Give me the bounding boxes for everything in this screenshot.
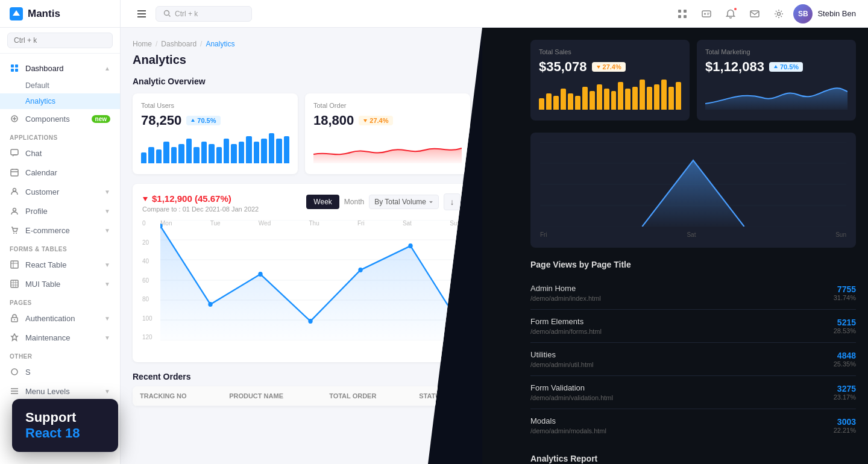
svg-point-36 <box>308 319 312 324</box>
pv-title: Modals <box>530 416 606 425</box>
support-tooltip[interactable]: Support React 18 <box>12 399 118 452</box>
y-label-60: 60 <box>142 277 153 284</box>
nav-item-customer[interactable]: Customer ▼ <box>0 182 120 201</box>
nav-item-components[interactable]: Components new <box>0 109 120 128</box>
support-sub-text: React 18 <box>25 425 105 441</box>
pv-left: Form Elements /demo/admin/forms.html <box>530 317 602 335</box>
page-view-item: Modals /demo/admin/modals.html 3003 22.2… <box>530 409 856 442</box>
nav-item-dashboard[interactable]: Dashboard ▲ <box>0 58 120 78</box>
total-sales-badge: 27.4% <box>592 62 626 72</box>
nav-item-maintenance[interactable]: Maintenance ▼ <box>0 328 120 347</box>
total-users-badge: 70.5% <box>186 116 220 125</box>
pv-percent: 28.53% <box>834 327 856 334</box>
auth-arrow: ▼ <box>104 315 110 322</box>
total-users-chart <box>141 133 289 163</box>
topbar-left: Ctrl + k <box>133 5 665 23</box>
svg-rect-20 <box>678 15 681 18</box>
notification-button[interactable] <box>721 4 740 24</box>
nav-sub-analytics[interactable]: Analytics <box>0 93 120 109</box>
marketing-chart <box>705 80 848 110</box>
download-button[interactable]: ↓ <box>444 193 461 210</box>
total-sales-value: $35,078 <box>539 59 587 75</box>
y-label-80: 80 <box>142 296 153 303</box>
col-tracking: TRACKING NO <box>133 386 222 406</box>
svg-point-9 <box>13 208 16 212</box>
react-table-label: React Table <box>25 260 98 269</box>
nav-item-profile[interactable]: Profile ▼ <box>0 201 120 221</box>
analytics-report-title: Analytics Report <box>530 454 856 463</box>
y-label-120: 120 <box>142 334 153 340</box>
total-marketing-value-row: $1,12,083 70.5% <box>705 59 848 75</box>
nav-item-chat[interactable]: Chat <box>0 143 120 163</box>
dark-chart-x-labels: Fri Sat Sun <box>540 231 846 238</box>
total-order-value-row: 18,800 27.4% <box>313 113 462 128</box>
page-view-item: Admin Home /demo/admin/index.html 7755 3… <box>530 277 856 310</box>
pv-percent: 31.74% <box>834 294 856 301</box>
chat-label: Chat <box>25 149 110 158</box>
svg-point-11 <box>16 233 17 234</box>
settings-button[interactable] <box>769 4 788 24</box>
dashboard-label: Dashboard <box>25 64 98 73</box>
auth-icon <box>10 313 19 323</box>
nav-item-calendar[interactable]: Calendar <box>0 163 120 182</box>
username-label: Stebin Ben <box>817 9 856 18</box>
svg-point-16 <box>11 369 17 375</box>
sample-label: S <box>25 368 110 377</box>
nav-item-authentication[interactable]: Authentication ▼ <box>0 309 120 328</box>
total-marketing-badge: 70.5% <box>769 62 803 72</box>
app-name: Mantis <box>28 8 60 20</box>
volume-select[interactable]: By Total Volume <box>369 195 439 209</box>
topbar-search[interactable]: Ctrl + k <box>156 6 252 22</box>
pv-left: Modals /demo/admin/modals.html <box>530 416 606 434</box>
pv-left: Form Validation /demo/admin/validation.h… <box>530 383 613 401</box>
week-button[interactable]: Week <box>306 195 339 209</box>
col-total-order: TOTAL ORDER <box>322 386 412 406</box>
svg-rect-6 <box>11 149 18 155</box>
breadcrumb-home[interactable]: Home <box>133 40 152 48</box>
sidebar-search-input[interactable] <box>7 33 113 48</box>
total-order-badge: 27.4% <box>359 116 392 125</box>
income-header: $1,12,900 (45.67%) Compare to : 01 Dec 2… <box>142 193 461 213</box>
menu-levels-arrow: ▼ <box>104 388 110 395</box>
income-info: $1,12,900 (45.67%) Compare to : 01 Dec 2… <box>142 193 259 213</box>
svg-rect-7 <box>11 169 18 176</box>
total-sales-label: Total Sales <box>539 48 681 55</box>
pv-right: 3003 22.21% <box>834 417 856 434</box>
maintenance-icon <box>10 333 19 342</box>
components-icon <box>10 114 19 124</box>
pv-url: /demo/admin/validation.html <box>530 394 613 401</box>
page-view-item: Utilities /demo/admin/util.html 4848 25.… <box>530 343 856 376</box>
mui-table-arrow: ▼ <box>104 281 110 287</box>
month-button[interactable]: Month <box>344 198 364 206</box>
nav-item-react-table[interactable]: React Table ▼ <box>0 255 120 274</box>
maintenance-label: Maintenance <box>25 333 98 342</box>
orders-table: TRACKING NO PRODUCT NAME TOTAL ORDER STA… <box>133 386 470 406</box>
nav-sub-default[interactable]: Default <box>0 78 120 93</box>
nav-item-ecommerce[interactable]: E-commerce ▼ <box>0 221 120 240</box>
user-card-button[interactable] <box>697 4 716 24</box>
profile-label: Profile <box>25 207 98 216</box>
nav-item-sample[interactable]: S <box>0 362 120 381</box>
pv-url: /demo/admin/forms.html <box>530 328 602 335</box>
svg-point-17 <box>165 11 169 16</box>
nav-item-mui-table[interactable]: MUI Table ▼ <box>0 274 120 293</box>
menu-toggle-button[interactable] <box>133 5 151 23</box>
pv-percent: 23.17% <box>834 393 856 401</box>
topbar-right: SB Stebin Ben <box>673 4 856 24</box>
dark-stat-cards: Total Sales $35,078 27.4% Total Marketin… <box>530 40 856 121</box>
apps-button[interactable] <box>673 4 692 24</box>
svg-rect-19 <box>684 10 687 13</box>
mail-button[interactable] <box>745 4 764 24</box>
total-order-label: Total Order <box>313 102 462 109</box>
mui-table-label: MUI Table <box>25 280 98 289</box>
total-users-label: Total Users <box>141 102 289 109</box>
breadcrumb-dashboard[interactable]: Dashboard <box>161 40 197 48</box>
svg-rect-18 <box>678 10 681 13</box>
nav-item-menu-levels[interactable]: Menu Levels ▼ <box>0 381 120 401</box>
user-menu[interactable]: SB Stebin Ben <box>793 4 856 24</box>
calendar-icon <box>10 168 19 177</box>
svg-point-39 <box>458 323 461 328</box>
section-pages: Pages <box>0 293 120 309</box>
menu-icon <box>10 386 19 396</box>
pv-left: Admin Home /demo/admin/index.html <box>530 284 601 302</box>
